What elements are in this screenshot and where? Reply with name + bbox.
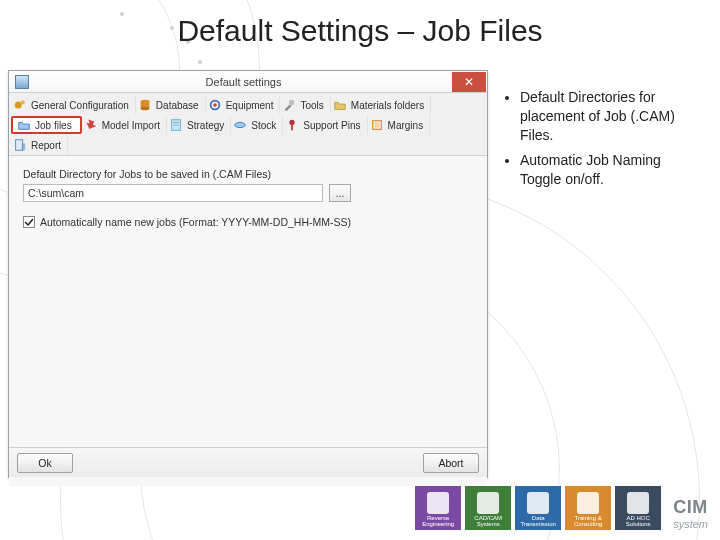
db-icon [138,98,152,112]
strategy-icon [169,118,183,132]
tab-label: Equipment [226,100,274,111]
tools-icon [282,98,296,112]
tab-label: Job files [35,120,72,131]
tab-label: Model Import [102,120,160,131]
tab-materials-folders[interactable]: Materials folders [331,96,431,114]
tab-label: Database [156,100,199,111]
materials-icon [333,98,347,112]
tab-label: Support Pins [303,120,360,131]
titlebar: Default settings ✕ [9,71,487,93]
pins-icon [285,118,299,132]
footer-tile: Training & Consulting [565,486,611,530]
tab-tools[interactable]: Tools [280,96,330,114]
tab-equipment[interactable]: Equipment [206,96,281,114]
svg-point-6 [213,103,217,107]
report-icon [13,138,27,152]
stock-icon [233,118,247,132]
path-row: ... [23,184,473,202]
tab-margins[interactable]: Margins [368,116,431,134]
bullet-item: Automatic Job Naming Toggle on/off. [520,151,704,189]
section-label: Default Directory for Jobs to be saved i… [23,168,473,180]
footer-tile: Reverse Engineering [415,486,461,530]
tab-report[interactable]: Report [11,136,68,154]
tab-content: Default Directory for Jobs to be saved i… [9,156,487,486]
slide-title: Default Settings – Job Files [0,14,720,48]
tab-label: Strategy [187,120,224,131]
tab-database[interactable]: Database [136,96,206,114]
ok-button[interactable]: Ok [17,453,73,473]
bottom-bar: Ok Abort [9,447,487,477]
window-title: Default settings [35,76,452,88]
svg-rect-13 [291,124,293,130]
auto-name-checkbox[interactable] [23,216,35,228]
import-icon [84,118,98,132]
close-icon: ✕ [464,76,474,88]
footer-tile: AD HOC Solutions [615,486,661,530]
tab-label: Report [31,140,61,151]
footer-tile: Data Transmission [515,486,561,530]
tab-label: Margins [388,120,424,131]
margins-icon [370,118,384,132]
tab-general-configuration[interactable]: General Configuration [11,96,136,114]
gears-icon [13,98,27,112]
app-icon [15,75,29,89]
browse-button[interactable]: ... [329,184,351,202]
footer: Reverse Engineering CAD/CAM Systems Data… [415,486,708,530]
tab-label: Stock [251,120,276,131]
tab-label: Tools [300,100,323,111]
svg-point-11 [235,122,246,127]
auto-name-row[interactable]: Automatically name new jobs (Format: YYY… [23,216,473,228]
bullet-item: Default Directories for placement of Job… [520,88,704,145]
svg-point-4 [140,107,149,111]
brand-logo: CIM system [673,497,708,530]
svg-point-7 [289,100,294,105]
job-path-input[interactable] [23,184,323,202]
abort-button[interactable]: Abort [423,453,479,473]
tab-label: Materials folders [351,100,424,111]
svg-rect-16 [16,140,23,151]
folder-icon [17,118,31,132]
tab-support-pins[interactable]: Support Pins [283,116,367,134]
slide-bullets: Default Directories for placement of Job… [504,88,704,194]
tab-stock[interactable]: Stock [231,116,283,134]
equipment-icon [208,98,222,112]
footer-tile: CAD/CAM Systems [465,486,511,530]
check-icon [24,217,34,227]
svg-rect-15 [374,122,379,127]
tab-model-import[interactable]: Model Import [82,116,167,134]
tab-strip: General Configuration Database Equipment… [9,93,487,156]
tab-strategy[interactable]: Strategy [167,116,231,134]
tab-label: General Configuration [31,100,129,111]
svg-point-1 [20,100,24,104]
close-button[interactable]: ✕ [452,72,486,92]
tab-job-files[interactable]: Job files [11,116,82,134]
settings-window: Default settings ✕ General Configuration… [8,70,488,478]
auto-name-label: Automatically name new jobs (Format: YYY… [40,216,351,228]
svg-rect-17 [22,143,26,150]
